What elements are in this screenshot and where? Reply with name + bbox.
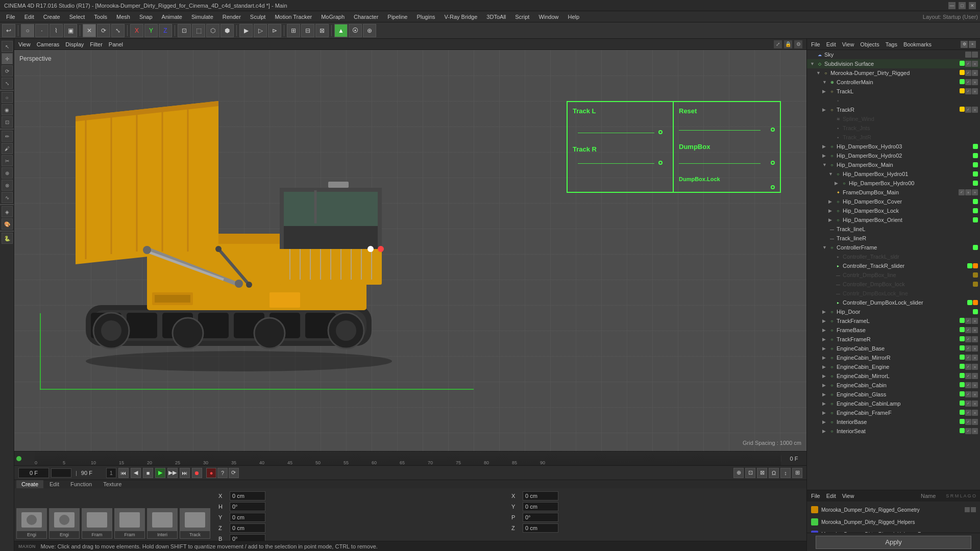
timeline-icon3[interactable]: ⊠ [757, 468, 767, 478]
tool-rotate[interactable]: ⟳ [2, 65, 13, 77]
coord-x-input[interactable] [230, 491, 265, 500]
timeline-ruler[interactable]: 0 5 10 15 20 25 30 35 40 45 50 55 60 65 [35, 452, 781, 465]
obj-row-dblock[interactable]: ▶ ○ Hip_DamperBox_Lock [807, 206, 980, 215]
obj-row-ctrl-trackr-slider[interactable]: ▸ Controller_TrackR_slider [807, 261, 980, 270]
obj-row-dmpboxlock-line[interactable]: — Contrlr_DmpBoxLock_line [807, 289, 980, 298]
tool-obj1[interactable]: ○ [2, 92, 13, 103]
menu-create[interactable]: Create [39, 13, 64, 21]
menu-character[interactable]: Character [350, 13, 382, 21]
tool-attract[interactable]: ⊗ [2, 180, 13, 191]
obj-row-framebase[interactable]: ▶ ○ FrameBase ✓ × [807, 325, 980, 335]
obj-row-ctrl-trackl-sldr[interactable]: ▸ Controller_TrackL_sldr [807, 252, 980, 261]
obj-row-interiorseat[interactable]: ▶ ○ InteriorSeat ✓ × [807, 427, 980, 436]
obj-arrow-cf[interactable]: ▼ [822, 245, 827, 250]
obj-row-spline-wind[interactable]: ≋ Spline_Wind [807, 114, 980, 123]
auto-key-button[interactable]: ● [206, 468, 216, 478]
viewport-settings-icon[interactable]: ⚙ [794, 40, 802, 48]
obj-row-cabin-cabin[interactable]: ▶ ○ EngineCabin_Cabin ✓ × [807, 381, 980, 390]
obj-row-dborient[interactable]: ▶ ○ Hip_DamperBox_Orient [807, 215, 980, 224]
obj-arrow-fb[interactable]: ▶ [822, 328, 827, 333]
object-mode-button[interactable]: ○ [21, 24, 34, 37]
menu-sculpt[interactable]: Sculpt [246, 13, 270, 21]
plugin-btn1[interactable]: ▲ [334, 24, 348, 37]
vp-menu-panel[interactable]: Panel [109, 41, 123, 47]
snap-button[interactable]: ⊡ [178, 24, 191, 37]
plugin-btn2[interactable]: ⦿ [349, 24, 362, 37]
obj-row-trackl[interactable]: ▶ ○ TrackL ✓ × [807, 87, 980, 96]
thumb-fram2[interactable]: Fram [114, 508, 145, 539]
points-mode-button[interactable]: · [35, 24, 48, 37]
timeline-icon4[interactable]: Ω [769, 468, 779, 478]
menu-animate[interactable]: Animate [158, 13, 186, 21]
coord-z2-input[interactable] [523, 523, 558, 533]
mat-menu-view[interactable]: View [842, 493, 854, 499]
menu-edit[interactable]: Edit [20, 13, 38, 21]
coord-x2-input[interactable] [523, 491, 558, 500]
obj-row-trackframer[interactable]: ▶ ○ TrackFrameR ✓ × [807, 335, 980, 344]
menu-script[interactable]: Script [511, 13, 533, 21]
tool-brush[interactable]: 🖌 [2, 143, 13, 154]
obj-row-subdiv[interactable]: ▼ ◇ Subdivision Surface ✓ × [807, 59, 980, 68]
menu-render[interactable]: Render [218, 13, 245, 21]
mat-menu-file[interactable]: File [811, 493, 820, 499]
tool-mat[interactable]: ◈ [2, 206, 13, 217]
obj-arrow-tl[interactable]: ▶ [822, 89, 827, 94]
loop-button[interactable]: ⟳ [229, 468, 239, 478]
close-button[interactable]: ✕ [969, 2, 976, 9]
maximize-button[interactable]: □ [959, 2, 966, 9]
obj-row-controllermain[interactable]: ▼ ⊕ ControllerMain ✓ × [807, 78, 980, 87]
obj-row-dmpbox-lock[interactable]: — Controller_DmpBox_lock [807, 280, 980, 289]
edges-mode-button[interactable]: ⌇ [50, 24, 63, 37]
obj-arrow-dbc[interactable]: ▶ [828, 199, 834, 204]
obj-row-dmpbox-line[interactable]: — Contrlr_DmpBox_line [807, 270, 980, 280]
om-icon1[interactable]: ⚙ [961, 41, 968, 48]
obj-arrow-hd[interactable]: ▶ [822, 309, 827, 314]
tab-texture[interactable]: Texture [98, 480, 127, 488]
mat-row-helpers[interactable]: Morooka_Dumper_Dirty_Rigged_Helpers [809, 516, 978, 528]
key-all-button[interactable]: ? [217, 468, 228, 478]
viewport-btn2[interactable]: ⊟ [301, 24, 314, 37]
thumb-engi2[interactable]: Engi [49, 508, 80, 539]
obj-arrow-cm[interactable]: ▼ [822, 80, 827, 85]
select-button[interactable]: ⬚ [192, 24, 205, 37]
obj-row-cabin-mirrorr[interactable]: ▶ ○ EngineCabin_MirrorR ✓ × [807, 353, 980, 362]
obj-row-framedump[interactable]: ✦ FrameDumpBox_Main ✓ × + [807, 188, 980, 197]
obj-row-track-jnts[interactable]: ▪ Track_Jnts [807, 123, 980, 133]
om-menu-tags[interactable]: Tags [886, 41, 897, 47]
record-button[interactable]: ⏺ [192, 468, 202, 478]
apply-button[interactable]: Apply [816, 536, 971, 549]
vp-menu-filter[interactable]: Filter [90, 41, 102, 47]
tab-function[interactable]: Function [65, 480, 97, 488]
tool-pen[interactable]: ✏ [2, 131, 13, 142]
menu-vray[interactable]: V-Ray Bridge [440, 13, 482, 21]
obj-row-cabin-engine[interactable]: ▶ ○ EngineCabin_Engine ✓ × [807, 362, 980, 371]
timeline-icon5[interactable]: ↕ [780, 468, 791, 478]
timeline-icon1[interactable]: ⊕ [733, 468, 744, 478]
obj-row-track-linel[interactable]: — Track_lineL [807, 224, 980, 234]
obj-row-interiorbase[interactable]: ▶ ○ InteriorBase ✓ × [807, 417, 980, 427]
menu-window[interactable]: Window [534, 13, 562, 21]
timeline-icon2[interactable]: ⊡ [745, 468, 755, 478]
obj-row-hipdoor[interactable]: ▶ ○ Hip_Door [807, 307, 980, 316]
thumb-interi[interactable]: Interi [147, 508, 178, 539]
tool-scale[interactable]: ⤡ [2, 78, 13, 89]
obj-row-trackframel[interactable]: ▶ ○ TrackFrameL ✓ × [807, 316, 980, 325]
go-start-button[interactable]: ⏮ [118, 468, 129, 478]
thumb-engi1[interactable]: Engi [16, 508, 47, 539]
axis-x-button[interactable]: X [130, 24, 143, 37]
tool-magnet[interactable]: ⊕ [2, 167, 13, 179]
play-button[interactable]: ▶ [155, 468, 165, 478]
coord-p-input[interactable] [523, 513, 558, 522]
om-icon2[interactable]: + [969, 41, 976, 48]
obj-arrow-dbo[interactable]: ▶ [828, 217, 834, 222]
coord-h-input[interactable] [230, 502, 265, 511]
menu-mograph[interactable]: MoGraph [317, 13, 349, 21]
mat-row-geometry[interactable]: Morooka_Dumper_Dirty_Rigged_Geometry [809, 504, 978, 516]
tool-move[interactable]: ✛ [2, 53, 13, 64]
frame-input[interactable] [51, 468, 71, 478]
menu-pipeline[interactable]: Pipeline [383, 13, 411, 21]
obj-row-track-jntr[interactable]: ▪ Track_JntR [807, 133, 980, 142]
obj-arrow-tfl[interactable]: ▶ [822, 318, 827, 323]
axis-y-button[interactable]: Y [144, 24, 158, 37]
stop-button[interactable]: ■ [143, 468, 153, 478]
